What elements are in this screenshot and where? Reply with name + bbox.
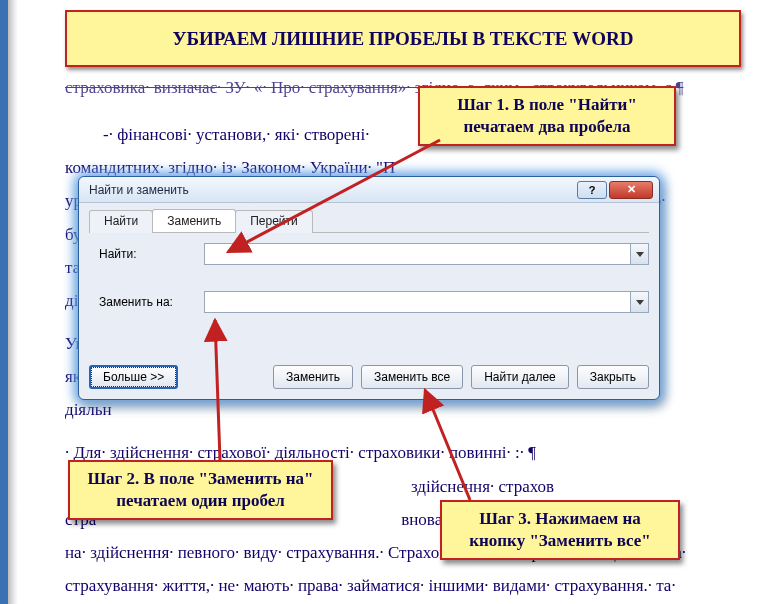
replace-row: Заменить на: — [99, 291, 649, 313]
replace-button[interactable]: Заменить — [273, 365, 353, 389]
dialog-close-button[interactable]: ✕ — [609, 181, 653, 199]
close-button[interactable]: Закрыть — [577, 365, 649, 389]
find-label: Найти: — [99, 247, 204, 261]
dialog-body: Найти Заменить Перейти Найти: Заменить н… — [79, 203, 659, 399]
tab-goto[interactable]: Перейти — [235, 210, 313, 233]
dialog-title: Найти и заменить — [89, 183, 575, 197]
find-input[interactable] — [204, 243, 649, 265]
dialog-help-button[interactable]: ? — [577, 181, 607, 199]
close-icon: ✕ — [627, 183, 636, 196]
dialog-titlebar[interactable]: Найти и заменить ? ✕ — [79, 177, 659, 203]
p4-line4: страхування· життя,· не· мають· права· з… — [65, 569, 741, 602]
page-shadow — [8, 0, 18, 604]
dialog-tabs: Найти Заменить Перейти — [89, 209, 649, 233]
callout-step3: Шаг 3. Нажимаем на кнопку "Заменить все" — [440, 500, 680, 560]
p4-text1b: здійснення· страхов — [373, 470, 554, 503]
replace-all-button[interactable]: Заменить все — [361, 365, 463, 389]
replace-dropdown-arrow[interactable] — [630, 292, 648, 312]
find-label-text: Найти: — [99, 247, 137, 261]
chevron-down-icon — [636, 300, 644, 305]
find-replace-dialog: Найти и заменить ? ✕ Найти Заменить Пере… — [78, 176, 660, 400]
callout-step2: Шаг 2. В поле "Заменить на" печатаем оди… — [68, 460, 333, 520]
tab-replace[interactable]: Заменить — [152, 209, 236, 232]
replace-input[interactable] — [204, 291, 649, 313]
find-row: Найти: — [99, 243, 649, 265]
tutorial-title: УБИРАЕМ ЛИШНИЕ ПРОБЕЛЫ В ТЕКСТЕ WORD — [65, 10, 741, 67]
find-next-button[interactable]: Найти далее — [471, 365, 569, 389]
help-icon: ? — [589, 184, 596, 196]
replace-label-text: Заменить на: — [99, 295, 173, 309]
callout-step1: Шаг 1. В поле "Найти" печатаем два пробе… — [418, 86, 676, 146]
replace-label: Заменить на: — [99, 295, 204, 309]
dialog-button-row: Больше >> Заменить Заменить все Найти да… — [89, 365, 649, 389]
find-dropdown-arrow[interactable] — [630, 244, 648, 264]
tab-find[interactable]: Найти — [89, 210, 153, 233]
p1-text-a: -· фінансові· установи,· які· створені· — [103, 125, 369, 144]
page-binding — [0, 0, 8, 604]
chevron-down-icon — [636, 252, 644, 257]
more-button[interactable]: Больше >> — [89, 365, 178, 389]
